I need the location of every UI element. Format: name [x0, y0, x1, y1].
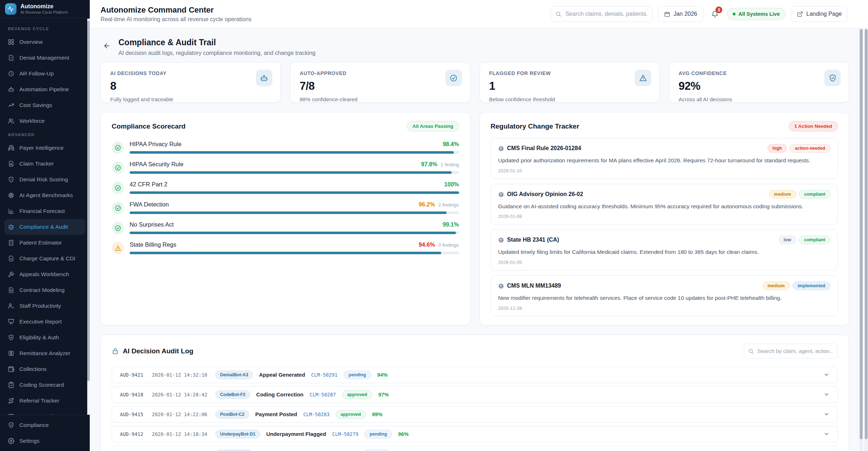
check-circle-icon — [112, 162, 124, 174]
scorecard-rule-name: HIPAA Security Rule — [130, 161, 183, 168]
sidebar-item-compliance[interactable]: Compliance — [4, 417, 85, 433]
sidebar-item-denial-management[interactable]: Denial Management — [4, 50, 85, 66]
sidebar-item-label: Executive Report — [19, 319, 62, 325]
date-picker-button[interactable]: Jan 2026 — [658, 6, 703, 22]
expand-row-button[interactable] — [823, 411, 830, 417]
notification-count-badge: 3 — [715, 6, 722, 13]
expand-row-button[interactable] — [823, 391, 830, 397]
sidebar-item-label: Payer Intelligence — [19, 145, 64, 151]
stat-icon-tile — [445, 70, 462, 86]
audit-log-title: AI Decision Audit Log — [123, 347, 193, 355]
sidebar-item-claim-tracker[interactable]: Claim Tracker — [4, 156, 85, 172]
sidebar-item-payer-intelligence[interactable]: Payer Intelligence — [4, 140, 85, 156]
sidebar-item-label: Overview — [19, 39, 43, 45]
sidebar-item-executive-report[interactable]: Executive Report — [4, 314, 85, 330]
check-circle-icon — [112, 182, 124, 194]
sidebar-scrollbar[interactable] — [87, 19, 90, 415]
agent-badge: CodeBot-F2 — [215, 390, 250, 399]
regulatory-card[interactable]: State HB 2341 (CA)lowcompliantUpdated ti… — [491, 229, 838, 270]
regulatory-card[interactable]: CMS Final Rule 2026-01284highaction-need… — [491, 138, 838, 179]
back-button[interactable] — [101, 39, 113, 52]
sidebar-item-eligibility-auth[interactable]: Eligibility & Auth — [4, 330, 85, 345]
sidebar-item-remittance-analyzer[interactable]: Remittance Analyzer — [4, 345, 85, 361]
audit-log-panel: AI Decision Audit Log AUD-94212026-01-12… — [101, 335, 849, 451]
file-search-icon — [8, 161, 14, 167]
brand-name: Autonomize — [20, 3, 68, 10]
sidebar-item-ai-agent-benchmarks[interactable]: AI Agent Benchmarks — [4, 187, 85, 203]
audit-log-row[interactable]: AUD-94092026-01-12 14:12:21DenialBot-B1M… — [112, 446, 838, 451]
audit-timestamp: 2026-01-12 14:18:34 — [152, 431, 209, 437]
scorecard-row: HIPAA Privacy Rule98.4% — [112, 137, 459, 157]
scale-icon — [498, 145, 504, 151]
content-scrollbar-thumb[interactable] — [860, 29, 863, 439]
route-icon — [8, 397, 14, 404]
audit-log-row[interactable]: AUD-94182026-01-12 14:28:42CodeBot-F2Cod… — [112, 386, 838, 403]
sidebar-item-workforce[interactable]: Workforce — [4, 113, 85, 129]
scorecard-progress-fill — [130, 211, 447, 214]
trending-up-icon — [8, 102, 14, 108]
sidebar-item-appeals-workbench[interactable]: Appeals Workbench — [4, 266, 85, 282]
scorecard-rule-score: 98.4% — [443, 141, 459, 148]
stat-label: AVG CONFIDENCE — [678, 70, 839, 76]
claim-link[interactable]: CLM-50287 — [310, 392, 336, 397]
circle-check-icon — [115, 205, 121, 211]
sidebar-item-referral-tracker[interactable]: Referral Tracker — [4, 393, 85, 409]
sidebar-scrollbar-thumb[interactable] — [87, 20, 90, 381]
window-scrollbar[interactable] — [864, 28, 868, 451]
sidebar-item-label: Settings — [19, 438, 39, 444]
sidebar-item-label: Contract Modeling — [19, 287, 65, 293]
sidebar-item-financial-forecast[interactable]: Financial Forecast — [4, 203, 85, 219]
check-circle-icon — [112, 141, 124, 154]
regulatory-tracker-panel: Regulatory Change Tracker 1 Action Neede… — [480, 112, 849, 325]
sidebar-item-patient-estimator[interactable]: Patient Estimator — [4, 235, 85, 251]
sidebar-item-ar-follow-up[interactable]: AR Follow-Up — [4, 66, 85, 82]
regulatory-card[interactable]: OIG Advisory Opinion 26-02mediumcomplian… — [491, 184, 838, 225]
sidebar-item-charge-capture-cdi[interactable]: Charge Capture & CDI — [4, 251, 85, 266]
global-search-input[interactable] — [551, 6, 653, 22]
claim-link[interactable]: CLM-50279 — [332, 431, 358, 437]
claim-link[interactable]: CLM-50283 — [303, 412, 330, 417]
expand-row-button[interactable] — [823, 431, 830, 437]
audit-log-row[interactable]: AUD-94152026-01-12 14:22:06PostBot-C2Pay… — [112, 406, 838, 423]
sidebar-item-cost-savings[interactable]: Cost Savings — [4, 97, 85, 113]
circle-check-icon — [115, 164, 121, 171]
status-badge: implemented — [793, 282, 830, 290]
sidebar-item-label: Compliance — [19, 422, 49, 428]
sidebar-item-denial-risk-scoring[interactable]: Denial Risk Scoring — [4, 172, 85, 187]
live-dot-icon — [733, 13, 736, 15]
content-scrollbar[interactable] — [859, 28, 863, 451]
sidebar-item-automation-pipeline[interactable]: Automation Pipeline — [4, 82, 85, 97]
scorecard-row: No Surprises Act99.1% — [112, 218, 459, 238]
regulatory-card[interactable]: CMS MLN MM13489mediumimplementedNew modi… — [491, 275, 838, 316]
window-scrollbar-thumb[interactable] — [865, 29, 868, 439]
expand-row-button[interactable] — [823, 372, 830, 378]
sidebar-item-coding-scorecard[interactable]: Coding Scorecard — [4, 377, 85, 393]
status-badge: action-needed — [790, 144, 830, 153]
bar-chart-icon — [8, 208, 14, 214]
scorecard-progress-track — [130, 191, 459, 194]
clock-icon — [8, 70, 14, 77]
sidebar-item-contract-modeling[interactable]: Contract Modeling — [4, 282, 85, 298]
sidebar-item-compliance-audit[interactable]: Compliance & Audit — [4, 219, 85, 235]
audit-timestamp: 2026-01-12 14:28:42 — [152, 392, 209, 397]
notifications-button[interactable]: 3 — [709, 6, 722, 22]
sidebar-item-settings[interactable]: Settings — [4, 433, 85, 449]
triangle-alert-icon — [639, 74, 647, 82]
page-content: Compliance & Audit Trail AI decision aud… — [90, 28, 868, 451]
stat-icon-tile — [824, 70, 841, 86]
audit-log-row[interactable]: AUD-94212026-01-12 14:32:18DenialBot-A3A… — [112, 367, 838, 383]
settings-icon — [8, 438, 14, 444]
building-icon — [8, 145, 14, 151]
audit-log-row[interactable]: AUD-94122026-01-12 14:18:34UnderpayBot-D… — [112, 426, 838, 442]
sidebar-item-overview[interactable]: Overview — [4, 34, 85, 50]
wallet-icon — [8, 366, 14, 372]
sidebar-item-system-health[interactable]: System Health — [4, 409, 85, 415]
scorecard-row: State Billing Regs94.6%3 findings — [112, 238, 459, 258]
stat-subtext: Below confidence threshold — [489, 96, 650, 102]
landing-page-button[interactable]: Landing Page — [791, 6, 848, 22]
sidebar-item-staff-productivity[interactable]: Staff Productivity — [4, 298, 85, 314]
file-plus-icon — [8, 255, 14, 262]
claim-link[interactable]: CLM-50291 — [311, 372, 337, 378]
sidebar-item-collections[interactable]: Collections — [4, 361, 85, 377]
audit-search-input[interactable] — [744, 344, 838, 359]
